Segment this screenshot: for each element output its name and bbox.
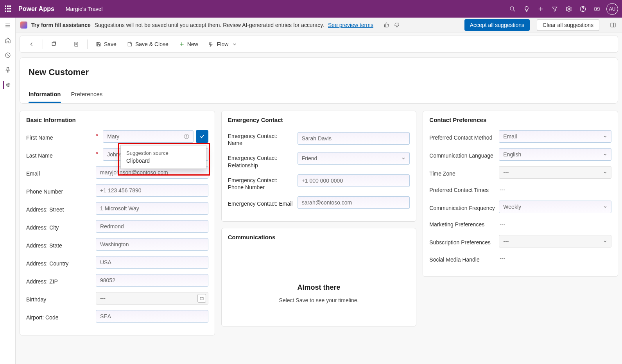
subscription-select[interactable]: --- [499, 235, 611, 247]
chevron-down-icon [602, 134, 608, 139]
thumbs-down-icon[interactable] [393, 21, 401, 29]
timezone-select[interactable]: --- [499, 166, 611, 179]
country-input[interactable] [96, 256, 208, 269]
svg-rect-18 [97, 45, 99, 46]
communications-section: Communications Almost there Select Save … [221, 228, 417, 326]
airport-label: Airport: Code [26, 314, 58, 321]
top-bar: Power Apps Margie's Travel AU [0, 0, 622, 18]
search-icon[interactable] [505, 2, 520, 16]
accept-suggestion-button[interactable] [196, 130, 208, 143]
notice-text: Suggestions will not be saved until you … [95, 22, 324, 28]
open-new-window-button[interactable] [47, 39, 61, 50]
prefs-title: Contact Preferences [429, 117, 611, 123]
street-label: Address: Street [26, 206, 64, 213]
save-label: Save [104, 41, 117, 47]
svg-line-1 [513, 10, 515, 11]
ec-phone-label: Emergency Contact: Phone Number [228, 177, 278, 190]
recent-icon[interactable] [4, 51, 12, 59]
settings-icon[interactable] [562, 2, 576, 16]
social-value[interactable]: --- [499, 253, 611, 264]
lightbulb-icon[interactable] [520, 2, 534, 16]
birthday-input[interactable] [96, 292, 208, 305]
app-name: Power Apps [18, 5, 54, 13]
state-input[interactable] [96, 238, 208, 251]
street-input[interactable] [96, 202, 208, 215]
pinned-icon[interactable] [4, 66, 12, 74]
save-close-label: Save & Close [135, 41, 168, 47]
app-launcher-icon[interactable] [4, 5, 13, 13]
callout-value: Clipboard [126, 158, 201, 164]
airport-input[interactable] [96, 310, 208, 323]
add-icon[interactable] [534, 2, 548, 16]
thumbs-up-icon[interactable] [382, 21, 391, 29]
svg-rect-7 [595, 7, 599, 11]
home-icon[interactable] [4, 36, 12, 44]
user-avatar[interactable]: AU [606, 3, 618, 15]
ec-rel-label: Emergency Contact: Relationship [228, 155, 278, 168]
emergency-title: Emergency Contact [228, 117, 410, 123]
environment-name[interactable]: Margie's Travel [66, 6, 102, 12]
save-close-button[interactable]: Save & Close [123, 39, 172, 50]
filter-icon[interactable] [548, 2, 562, 16]
phone-label: Phone Number [26, 188, 63, 195]
svg-rect-15 [52, 42, 55, 45]
calendar-icon[interactable] [197, 294, 206, 303]
tab-preferences[interactable]: Preferences [71, 91, 103, 103]
flow-label: Flow [217, 41, 229, 47]
new-button[interactable]: New [175, 39, 202, 50]
ec-email-input[interactable] [298, 196, 410, 209]
required-marker: * [96, 151, 98, 158]
task-button[interactable] [69, 39, 83, 50]
menu-icon[interactable] [4, 22, 12, 29]
chevron-down-icon [401, 156, 406, 161]
basic-info-title: Basic Information [26, 117, 208, 123]
communications-heading: Almost there [236, 283, 402, 292]
flow-button[interactable]: Flow [204, 39, 242, 50]
communications-sub: Select Save to see your timeline. [236, 297, 402, 303]
city-input[interactable] [96, 220, 208, 233]
chevron-down-icon [602, 170, 608, 175]
command-bar: Save Save & Close New Flow [20, 36, 618, 53]
new-label: New [187, 41, 198, 47]
birthday-label: Birthday [26, 296, 46, 303]
ec-email-label: Emergency Contact: Email [228, 201, 293, 207]
back-button[interactable] [25, 39, 39, 50]
assistant-icon[interactable] [590, 2, 604, 16]
svg-rect-17 [97, 42, 99, 43]
frequency-select[interactable]: Weekly [499, 201, 611, 213]
accept-all-button[interactable]: Accept all suggestions [464, 19, 530, 31]
page-title: New Customer [29, 67, 609, 77]
tab-information[interactable]: Information [29, 91, 61, 103]
method-select[interactable]: Email [499, 130, 611, 143]
language-select[interactable]: English [499, 148, 611, 161]
ec-name-input[interactable] [298, 132, 410, 145]
clear-all-button[interactable]: Clear all suggestions [537, 19, 599, 31]
save-button[interactable]: Save [91, 39, 120, 50]
chevron-down-icon [602, 152, 608, 157]
ec-rel-select[interactable]: Friend [298, 152, 410, 165]
zip-input[interactable] [96, 274, 208, 287]
copilot-panel-icon[interactable] [609, 21, 617, 29]
chevron-down-icon [231, 41, 238, 47]
times-value[interactable]: --- [499, 184, 611, 195]
marketing-label: Marketing Preferences [429, 221, 484, 228]
info-icon[interactable] [183, 133, 190, 140]
timezone-label: Time Zone [429, 170, 455, 177]
svg-rect-24 [200, 297, 203, 300]
svg-point-4 [568, 8, 570, 10]
globe-icon[interactable] [3, 81, 11, 89]
phone-input[interactable] [96, 184, 208, 197]
ec-phone-input[interactable] [298, 174, 410, 187]
preview-terms-link[interactable]: See preview terms [328, 22, 373, 28]
communications-title: Communications [228, 234, 410, 240]
first-name-input[interactable] [103, 130, 193, 143]
help-icon[interactable] [576, 2, 590, 16]
social-label: Social Media Handle [429, 256, 479, 263]
content-area: New Customer Information Preferences Bas… [16, 53, 622, 364]
suggestion-notice-bar: Try form fill assistance Suggestions wil… [16, 18, 622, 32]
svg-rect-16 [75, 42, 78, 47]
method-label: Preferred Contact Method [429, 134, 492, 141]
svg-point-0 [510, 7, 514, 10]
notice-title: Try form fill assistance [31, 22, 91, 28]
marketing-value[interactable]: --- [499, 219, 611, 230]
